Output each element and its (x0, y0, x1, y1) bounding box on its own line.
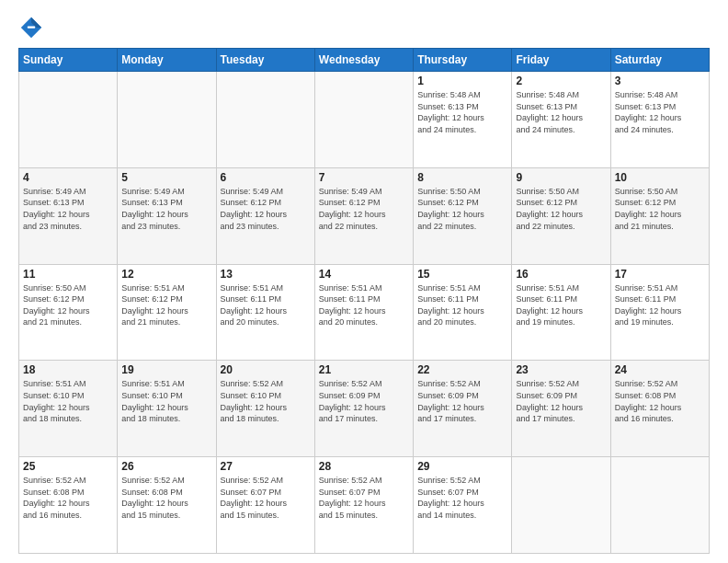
day-number: 14 (319, 268, 409, 281)
calendar-cell (610, 457, 709, 554)
day-info: Sunrise: 5:51 AM Sunset: 6:10 PM Dayligh… (23, 378, 113, 424)
day-info: Sunrise: 5:52 AM Sunset: 6:08 PM Dayligh… (615, 378, 705, 424)
calendar-cell: 21Sunrise: 5:52 AM Sunset: 6:09 PM Dayli… (314, 361, 413, 457)
calendar-cell: 15Sunrise: 5:51 AM Sunset: 6:11 PM Dayli… (414, 264, 512, 361)
calendar-cell: 7Sunrise: 5:49 AM Sunset: 6:12 PM Daylig… (314, 167, 413, 264)
day-info: Sunrise: 5:51 AM Sunset: 6:11 PM Dayligh… (615, 282, 705, 328)
calendar-cell: 2Sunrise: 5:48 AM Sunset: 6:13 PM Daylig… (512, 72, 610, 168)
calendar-cell: 28Sunrise: 5:52 AM Sunset: 6:07 PM Dayli… (314, 457, 413, 554)
calendar-cell: 4Sunrise: 5:49 AM Sunset: 6:13 PM Daylig… (19, 167, 118, 264)
calendar-week-row: 1Sunrise: 5:48 AM Sunset: 6:13 PM Daylig… (19, 72, 710, 168)
calendar-cell: 9Sunrise: 5:50 AM Sunset: 6:12 PM Daylig… (512, 167, 610, 264)
day-info: Sunrise: 5:50 AM Sunset: 6:12 PM Dayligh… (23, 282, 113, 328)
day-number: 15 (417, 268, 507, 281)
calendar-header-monday: Monday (118, 49, 216, 72)
day-number: 12 (121, 268, 211, 281)
day-number: 25 (23, 460, 113, 473)
day-number: 20 (221, 363, 311, 376)
calendar-cell: 27Sunrise: 5:52 AM Sunset: 6:07 PM Dayli… (216, 457, 314, 554)
calendar-cell: 19Sunrise: 5:51 AM Sunset: 6:10 PM Dayli… (118, 361, 216, 457)
calendar-cell (118, 72, 216, 168)
day-number: 8 (417, 171, 507, 184)
day-info: Sunrise: 5:52 AM Sunset: 6:08 PM Dayligh… (23, 475, 113, 521)
day-number: 10 (615, 171, 705, 184)
calendar-cell: 17Sunrise: 5:51 AM Sunset: 6:11 PM Dayli… (610, 264, 709, 361)
day-number: 5 (121, 171, 211, 184)
day-number: 4 (23, 171, 113, 184)
calendar-header-thursday: Thursday (414, 49, 512, 72)
day-info: Sunrise: 5:49 AM Sunset: 6:12 PM Dayligh… (221, 186, 311, 232)
day-number: 1 (417, 75, 507, 87)
calendar-cell: 6Sunrise: 5:49 AM Sunset: 6:12 PM Daylig… (216, 167, 314, 264)
day-number: 13 (221, 268, 311, 281)
calendar-cell (314, 72, 413, 168)
day-info: Sunrise: 5:51 AM Sunset: 6:11 PM Dayligh… (516, 282, 606, 328)
day-info: Sunrise: 5:52 AM Sunset: 6:07 PM Dayligh… (319, 475, 409, 521)
calendar-cell: 12Sunrise: 5:51 AM Sunset: 6:12 PM Dayli… (118, 264, 216, 361)
logo (18, 15, 48, 40)
day-number: 28 (319, 460, 409, 473)
day-number: 2 (516, 75, 606, 87)
calendar-header-saturday: Saturday (610, 49, 709, 72)
day-info: Sunrise: 5:49 AM Sunset: 6:13 PM Dayligh… (121, 186, 211, 232)
day-info: Sunrise: 5:51 AM Sunset: 6:12 PM Dayligh… (121, 282, 211, 328)
day-info: Sunrise: 5:50 AM Sunset: 6:12 PM Dayligh… (516, 186, 606, 232)
day-info: Sunrise: 5:51 AM Sunset: 6:11 PM Dayligh… (417, 282, 507, 328)
calendar-cell: 8Sunrise: 5:50 AM Sunset: 6:12 PM Daylig… (414, 167, 512, 264)
calendar-header-friday: Friday (512, 49, 610, 72)
calendar-header-sunday: Sunday (19, 49, 118, 72)
day-number: 3 (615, 75, 705, 87)
day-info: Sunrise: 5:49 AM Sunset: 6:12 PM Dayligh… (319, 186, 409, 232)
calendar-cell: 18Sunrise: 5:51 AM Sunset: 6:10 PM Dayli… (19, 361, 118, 457)
day-info: Sunrise: 5:48 AM Sunset: 6:13 PM Dayligh… (615, 89, 705, 135)
calendar-header-row: SundayMondayTuesdayWednesdayThursdayFrid… (19, 49, 710, 72)
calendar-week-row: 18Sunrise: 5:51 AM Sunset: 6:10 PM Dayli… (19, 361, 710, 457)
day-info: Sunrise: 5:50 AM Sunset: 6:12 PM Dayligh… (417, 186, 507, 232)
day-number: 16 (516, 268, 606, 281)
day-number: 21 (319, 363, 409, 376)
day-info: Sunrise: 5:52 AM Sunset: 6:07 PM Dayligh… (221, 475, 311, 521)
calendar-cell: 3Sunrise: 5:48 AM Sunset: 6:13 PM Daylig… (610, 72, 709, 168)
calendar-table: SundayMondayTuesdayWednesdayThursdayFrid… (18, 48, 710, 554)
day-info: Sunrise: 5:52 AM Sunset: 6:10 PM Dayligh… (221, 378, 311, 424)
page: SundayMondayTuesdayWednesdayThursdayFrid… (0, 0, 728, 563)
calendar-cell: 1Sunrise: 5:48 AM Sunset: 6:13 PM Daylig… (414, 72, 512, 168)
day-info: Sunrise: 5:48 AM Sunset: 6:13 PM Dayligh… (417, 89, 507, 135)
calendar-cell: 23Sunrise: 5:52 AM Sunset: 6:09 PM Dayli… (512, 361, 610, 457)
header (18, 15, 710, 40)
calendar-cell: 26Sunrise: 5:52 AM Sunset: 6:08 PM Dayli… (118, 457, 216, 554)
day-number: 7 (319, 171, 409, 184)
calendar-cell: 24Sunrise: 5:52 AM Sunset: 6:08 PM Dayli… (610, 361, 709, 457)
calendar-cell: 13Sunrise: 5:51 AM Sunset: 6:11 PM Dayli… (216, 264, 314, 361)
calendar-header-wednesday: Wednesday (314, 49, 413, 72)
calendar-header-tuesday: Tuesday (216, 49, 314, 72)
calendar-cell: 20Sunrise: 5:52 AM Sunset: 6:10 PM Dayli… (216, 361, 314, 457)
day-info: Sunrise: 5:48 AM Sunset: 6:13 PM Dayligh… (516, 89, 606, 135)
calendar-cell: 29Sunrise: 5:52 AM Sunset: 6:07 PM Dayli… (414, 457, 512, 554)
calendar-cell: 16Sunrise: 5:51 AM Sunset: 6:11 PM Dayli… (512, 264, 610, 361)
calendar-cell: 14Sunrise: 5:51 AM Sunset: 6:11 PM Dayli… (314, 264, 413, 361)
day-number: 18 (23, 363, 113, 376)
day-info: Sunrise: 5:52 AM Sunset: 6:07 PM Dayligh… (417, 475, 507, 521)
day-info: Sunrise: 5:52 AM Sunset: 6:08 PM Dayligh… (121, 475, 211, 521)
day-info: Sunrise: 5:51 AM Sunset: 6:10 PM Dayligh… (121, 378, 211, 424)
day-number: 26 (121, 460, 211, 473)
calendar-cell (512, 457, 610, 554)
day-info: Sunrise: 5:50 AM Sunset: 6:12 PM Dayligh… (615, 186, 705, 232)
day-info: Sunrise: 5:52 AM Sunset: 6:09 PM Dayligh… (417, 378, 507, 424)
day-info: Sunrise: 5:51 AM Sunset: 6:11 PM Dayligh… (221, 282, 311, 328)
day-number: 23 (516, 363, 606, 376)
calendar-week-row: 25Sunrise: 5:52 AM Sunset: 6:08 PM Dayli… (19, 457, 710, 554)
calendar-week-row: 4Sunrise: 5:49 AM Sunset: 6:13 PM Daylig… (19, 167, 710, 264)
calendar-cell (19, 72, 118, 168)
calendar-cell: 11Sunrise: 5:50 AM Sunset: 6:12 PM Dayli… (19, 264, 118, 361)
day-info: Sunrise: 5:52 AM Sunset: 6:09 PM Dayligh… (516, 378, 606, 424)
day-number: 9 (516, 171, 606, 184)
calendar-cell: 25Sunrise: 5:52 AM Sunset: 6:08 PM Dayli… (19, 457, 118, 554)
svg-rect-2 (28, 27, 35, 29)
day-info: Sunrise: 5:52 AM Sunset: 6:09 PM Dayligh… (319, 378, 409, 424)
calendar-week-row: 11Sunrise: 5:50 AM Sunset: 6:12 PM Dayli… (19, 264, 710, 361)
calendar-cell: 22Sunrise: 5:52 AM Sunset: 6:09 PM Dayli… (414, 361, 512, 457)
calendar-cell: 10Sunrise: 5:50 AM Sunset: 6:12 PM Dayli… (610, 167, 709, 264)
day-number: 24 (615, 363, 705, 376)
